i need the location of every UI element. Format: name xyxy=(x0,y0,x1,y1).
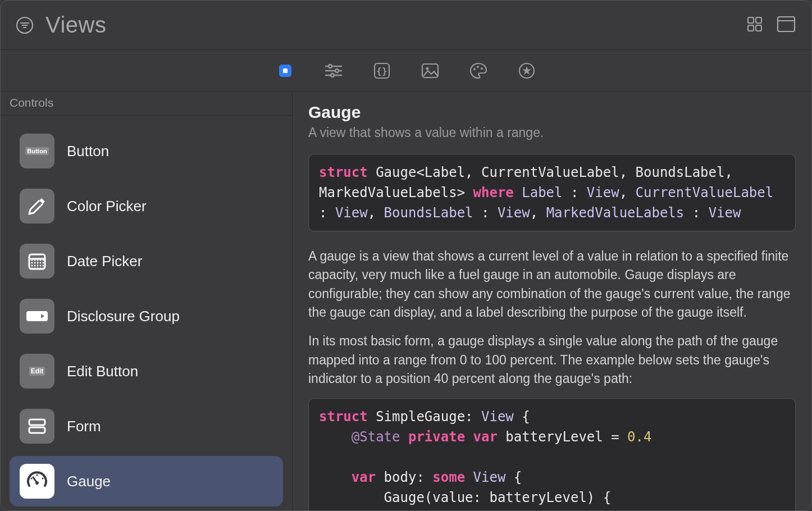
sidebar-item-form[interactable]: Form xyxy=(10,401,283,451)
svg-point-39 xyxy=(34,265,36,267)
signature-code-block: struct Gauge<Label, CurrentValueLabel, B… xyxy=(308,154,796,231)
image-icon[interactable] xyxy=(419,60,441,82)
svg-point-33 xyxy=(31,262,33,264)
svg-point-29 xyxy=(34,259,36,261)
example-code-block: struct SimpleGauge: View { @State privat… xyxy=(308,398,796,510)
page-title: Views xyxy=(45,12,106,38)
disclosure-icon xyxy=(20,299,54,334)
svg-point-37 xyxy=(43,262,44,264)
svg-point-42 xyxy=(43,265,44,267)
svg-rect-26 xyxy=(29,254,45,269)
edit-icon: Edit xyxy=(20,354,54,389)
svg-point-32 xyxy=(43,259,44,261)
svg-rect-50 xyxy=(29,427,45,433)
detail-pane: Gauge A view that shows a value within a… xyxy=(293,92,811,510)
svg-rect-49 xyxy=(29,419,45,425)
svg-rect-7 xyxy=(756,25,761,31)
svg-rect-48 xyxy=(26,311,48,321)
sidebar-item-label: Edit Button xyxy=(67,363,138,380)
sidebar-item-label: Color Picker xyxy=(67,198,147,215)
svg-rect-5 xyxy=(756,17,761,23)
svg-point-41 xyxy=(40,265,42,267)
svg-point-36 xyxy=(40,262,42,264)
svg-point-55 xyxy=(37,474,38,476)
palette-icon[interactable] xyxy=(467,60,490,82)
svg-point-31 xyxy=(40,259,42,261)
braces-icon[interactable]: {} xyxy=(371,60,393,82)
svg-point-30 xyxy=(37,259,39,261)
svg-point-43 xyxy=(31,268,33,270)
sidebar-item-button[interactable]: ButtonButton xyxy=(10,126,283,176)
sidebar-item-label: Date Picker xyxy=(67,253,142,270)
svg-point-44 xyxy=(34,268,36,270)
svg-text:{}: {} xyxy=(376,66,387,76)
sidebar-item-disclosure-group[interactable]: Disclosure Group xyxy=(10,291,283,341)
grid-view-icon[interactable] xyxy=(746,16,763,35)
star-circle-icon[interactable] xyxy=(516,60,538,82)
svg-point-35 xyxy=(37,262,39,264)
svg-rect-11 xyxy=(283,69,288,73)
svg-point-22 xyxy=(473,68,476,70)
sidebar-item-date-picker[interactable]: Date Picker xyxy=(10,236,283,286)
sidebar-item-color-picker[interactable]: Color Picker xyxy=(10,181,283,231)
filter-icon[interactable] xyxy=(14,15,35,36)
library-square-icon[interactable] xyxy=(274,60,296,82)
gauge-icon xyxy=(20,464,54,499)
svg-rect-4 xyxy=(748,17,754,23)
svg-point-24 xyxy=(481,67,483,70)
svg-point-21 xyxy=(426,67,429,70)
panel-view-icon[interactable] xyxy=(777,16,796,35)
svg-point-38 xyxy=(31,265,33,267)
sidebar: Controls ButtonButtonColor PickerDate Pi… xyxy=(1,92,293,510)
svg-point-15 xyxy=(335,69,339,72)
svg-point-47 xyxy=(43,268,44,270)
form-icon xyxy=(20,409,54,444)
sidebar-item-label: Disclosure Group xyxy=(67,308,180,325)
svg-rect-6 xyxy=(748,25,754,31)
toolbar: {} xyxy=(1,50,811,92)
detail-paragraph: In its most basic form, a gauge displays… xyxy=(308,332,796,388)
button-icon: Button xyxy=(20,134,54,168)
sidebar-item-label: Form xyxy=(67,418,101,435)
svg-rect-20 xyxy=(422,64,438,77)
svg-point-34 xyxy=(34,262,36,264)
svg-point-40 xyxy=(37,265,39,267)
svg-point-56 xyxy=(42,478,44,480)
svg-rect-8 xyxy=(778,17,795,31)
sidebar-item-label: Gauge xyxy=(67,473,111,490)
svg-point-17 xyxy=(331,74,334,77)
titlebar: Views xyxy=(1,1,811,50)
detail-paragraph: A gauge is a view that shows a current l… xyxy=(308,247,796,322)
svg-point-46 xyxy=(40,268,42,270)
eyedropper-icon xyxy=(20,189,54,223)
detail-title: Gauge xyxy=(308,103,796,122)
sidebar-item-gauge[interactable]: Gauge xyxy=(10,456,283,507)
calendar-icon xyxy=(20,244,54,279)
sidebar-item-edit-button[interactable]: EditEdit Button xyxy=(10,346,283,396)
svg-point-23 xyxy=(477,66,479,68)
detail-subtitle: A view that shows a value within a range… xyxy=(308,125,796,140)
svg-point-45 xyxy=(37,268,39,270)
sliders-icon[interactable] xyxy=(322,60,345,82)
svg-point-54 xyxy=(31,478,33,480)
sidebar-section-header: Controls xyxy=(1,92,292,116)
svg-point-13 xyxy=(329,65,332,68)
sidebar-item-label: Button xyxy=(67,143,109,160)
svg-point-28 xyxy=(31,259,33,261)
